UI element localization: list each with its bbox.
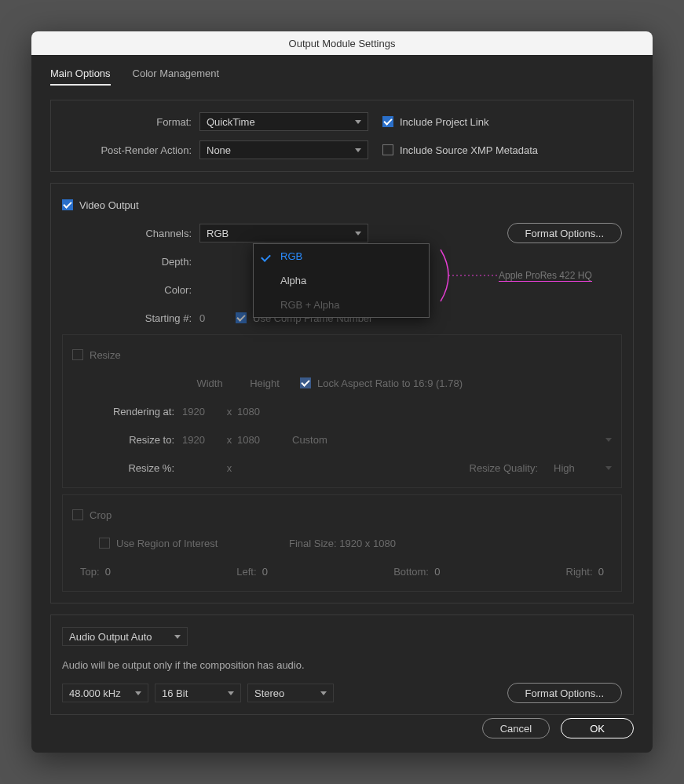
- resize-width: 1920: [182, 434, 221, 446]
- post-render-value: None: [207, 144, 231, 156]
- crop-top-value: 0: [105, 566, 111, 578]
- rendering-width: 1920: [182, 406, 221, 418]
- chevron-down-icon: [605, 438, 612, 442]
- output-module-settings-window: Output Module Settings Main Options Colo…: [31, 31, 653, 753]
- format-value: QuickTime: [207, 116, 255, 128]
- resize-to-label: Resize to:: [72, 434, 182, 446]
- channels-dropdown-menu: RGB Alpha RGB + Alpha: [253, 243, 430, 318]
- channels-option-rgb-alpha: RGB + Alpha: [254, 293, 429, 317]
- rendering-at-label: Rendering at:: [72, 406, 182, 418]
- channels-select[interactable]: RGB: [199, 224, 368, 242]
- chevron-down-icon: [355, 148, 361, 152]
- tab-main-options[interactable]: Main Options: [50, 67, 111, 86]
- resize-quality-value: High: [554, 462, 601, 474]
- use-roi-label: Use Region of Interest: [116, 538, 289, 549]
- channels-value: RGB: [207, 228, 229, 239]
- channels-option-alpha[interactable]: Alpha: [254, 268, 429, 293]
- use-roi-checkbox: [99, 538, 110, 549]
- chevron-down-icon: [174, 635, 181, 639]
- audio-panel: Audio Output Auto Audio will be output o…: [50, 614, 634, 715]
- tab-color-management[interactable]: Color Management: [133, 67, 220, 86]
- resize-label: Resize: [90, 349, 121, 361]
- video-output-label: Video Output: [79, 199, 139, 211]
- chevron-down-icon: [320, 691, 327, 695]
- window-title: Output Module Settings: [289, 38, 396, 49]
- audio-output-mode-select[interactable]: Audio Output Auto: [62, 627, 188, 646]
- resize-checkbox[interactable]: [72, 349, 83, 360]
- starting-label: Starting #:: [62, 312, 199, 324]
- audio-channels: Stereo: [254, 687, 284, 699]
- chevron-down-icon: [605, 466, 612, 470]
- audio-format-options-button[interactable]: Format Options...: [507, 683, 622, 703]
- format-panel: Format: QuickTime Include Project Link P…: [50, 100, 634, 172]
- crop-panel: Crop Use Region of Interest Final Size: …: [62, 494, 622, 592]
- channels-label: Channels:: [62, 228, 199, 239]
- video-output-checkbox[interactable]: [62, 199, 73, 210]
- resize-quality-label: Resize Quality:: [470, 462, 538, 474]
- audio-output-mode: Audio Output Auto: [69, 631, 152, 643]
- audio-note: Audio will be output only if the composi…: [62, 659, 305, 671]
- resize-panel: Resize Width Height Lock Aspect Ratio to…: [62, 334, 622, 488]
- final-size: Final Size: 1920 x 1080: [289, 538, 396, 549]
- include-xmp-checkbox[interactable]: [382, 144, 393, 155]
- width-header: Width: [182, 377, 237, 389]
- depth-label: Depth:: [62, 256, 199, 268]
- crop-bottom-label: Bottom:: [393, 566, 429, 578]
- post-render-label: Post-Render Action:: [62, 144, 199, 156]
- audio-depth: 16 Bit: [162, 687, 188, 699]
- format-label: Format:: [62, 116, 199, 128]
- audio-rate: 48.000 kHz: [69, 687, 121, 699]
- include-project-link-checkbox[interactable]: [382, 116, 393, 127]
- lock-aspect-checkbox: [300, 377, 311, 388]
- use-comp-frame-checkbox[interactable]: [236, 312, 247, 323]
- crop-left-label: Left:: [236, 566, 256, 578]
- chevron-down-icon: [228, 691, 234, 695]
- video-output-panel: Video Output Channels: RGB Format Option…: [50, 183, 634, 603]
- cancel-button[interactable]: Cancel: [482, 718, 550, 738]
- video-format-options-button[interactable]: Format Options...: [507, 223, 622, 243]
- ok-button[interactable]: OK: [561, 718, 634, 738]
- tabs: Main Options Color Management: [50, 67, 634, 86]
- crop-checkbox[interactable]: [72, 509, 83, 520]
- chevron-down-icon: [355, 120, 361, 124]
- height-header: Height: [237, 377, 292, 389]
- audio-rate-select[interactable]: 48.000 kHz: [62, 684, 148, 702]
- resize-preset: Custom: [292, 434, 605, 446]
- crop-label: Crop: [90, 509, 112, 521]
- channels-option-rgb[interactable]: RGB: [254, 244, 429, 268]
- dialog-buttons: Cancel OK: [482, 718, 634, 738]
- resize-pct-label: Resize %:: [72, 462, 182, 474]
- format-select[interactable]: QuickTime: [199, 112, 368, 131]
- rendering-height: 1080: [237, 406, 276, 418]
- chevron-down-icon: [135, 691, 141, 695]
- include-xmp-label: Include Source XMP Metadata: [400, 144, 538, 156]
- color-label: Color:: [62, 284, 199, 296]
- window-titlebar: Output Module Settings: [31, 31, 653, 55]
- include-project-link-label: Include Project Link: [400, 116, 488, 128]
- resize-height: 1080: [237, 434, 276, 446]
- crop-right-label: Right:: [566, 566, 593, 578]
- lock-aspect-label: Lock Aspect Ratio to 16:9 (1.78): [317, 377, 463, 389]
- crop-right-value: 0: [598, 566, 604, 578]
- starting-value[interactable]: 0: [199, 312, 236, 324]
- audio-channels-select[interactable]: Stereo: [247, 684, 334, 702]
- post-render-select[interactable]: None: [199, 140, 368, 159]
- crop-left-value: 0: [262, 566, 268, 578]
- chevron-down-icon: [355, 232, 361, 235]
- crop-top-label: Top:: [80, 566, 100, 578]
- audio-depth-select[interactable]: 16 Bit: [155, 684, 241, 702]
- crop-bottom-value: 0: [434, 566, 440, 578]
